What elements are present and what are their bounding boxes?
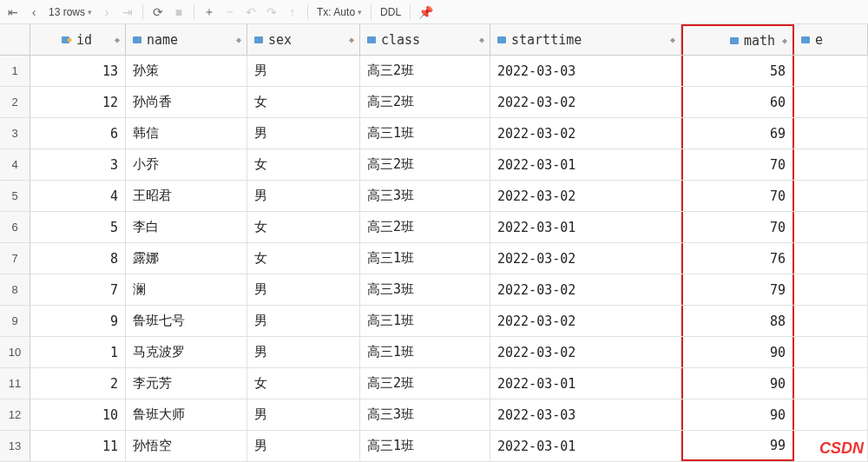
cell-extra[interactable] bbox=[794, 56, 868, 86]
cell-id[interactable]: 13 bbox=[30, 56, 126, 86]
ddl-button[interactable]: DDL bbox=[377, 6, 404, 18]
table-row[interactable]: 113孙策男高三2班2022-03-0358 bbox=[0, 56, 868, 87]
cell-name[interactable]: 鲁班大师 bbox=[126, 399, 247, 430]
table-row[interactable]: 78露娜女高三1班2022-03-0276 bbox=[0, 243, 868, 274]
cell-extra[interactable] bbox=[794, 368, 868, 399]
table-row[interactable]: 54王昭君男高三3班2022-03-0270 bbox=[0, 181, 868, 212]
cell-class[interactable]: 高三3班 bbox=[360, 274, 490, 305]
cell-class[interactable]: 高三1班 bbox=[360, 306, 490, 336]
undo-icon[interactable]: ↶ bbox=[241, 3, 260, 22]
cell-sex[interactable]: 男 bbox=[247, 306, 360, 336]
cell-class[interactable]: 高三2班 bbox=[360, 212, 490, 242]
cell-starttime[interactable]: 2022-03-02 bbox=[490, 181, 681, 211]
cell-starttime[interactable]: 2022-03-03 bbox=[490, 399, 681, 430]
sort-icon[interactable]: ◆ bbox=[670, 35, 675, 44]
stop-icon[interactable]: ■ bbox=[169, 3, 188, 22]
tx-mode-dropdown[interactable]: Tx: Auto▾ bbox=[313, 6, 365, 18]
cell-math[interactable]: 90 bbox=[681, 368, 794, 399]
cell-math[interactable]: 79 bbox=[681, 274, 794, 305]
column-header-extra[interactable]: e bbox=[794, 24, 868, 55]
cell-starttime[interactable]: 2022-03-01 bbox=[490, 212, 681, 242]
cell-starttime[interactable]: 2022-03-01 bbox=[490, 368, 681, 399]
cell-class[interactable]: 高三2班 bbox=[360, 149, 490, 180]
cell-sex[interactable]: 女 bbox=[247, 368, 360, 399]
cell-name[interactable]: 孙策 bbox=[126, 56, 247, 86]
cell-sex[interactable]: 男 bbox=[247, 337, 360, 367]
cell-extra[interactable] bbox=[794, 399, 868, 430]
cell-sex[interactable]: 男 bbox=[247, 118, 360, 148]
cell-id[interactable]: 11 bbox=[30, 431, 126, 461]
sort-icon[interactable]: ◆ bbox=[236, 35, 241, 44]
cell-class[interactable]: 高三1班 bbox=[360, 431, 490, 461]
cell-id[interactable]: 7 bbox=[30, 274, 126, 305]
sort-icon[interactable]: ◆ bbox=[115, 35, 120, 44]
cell-sex[interactable]: 女 bbox=[247, 149, 360, 180]
cell-math[interactable]: 70 bbox=[681, 212, 794, 242]
table-row[interactable]: 1210鲁班大师男高三3班2022-03-0390 bbox=[0, 399, 868, 431]
cell-id[interactable]: 5 bbox=[30, 212, 126, 242]
cell-starttime[interactable]: 2022-03-02 bbox=[490, 337, 681, 367]
cell-starttime[interactable]: 2022-03-01 bbox=[490, 431, 681, 461]
table-row[interactable]: 87澜男高三3班2022-03-0279 bbox=[0, 274, 868, 306]
cell-name[interactable]: 韩信 bbox=[126, 118, 247, 148]
cell-extra[interactable] bbox=[794, 337, 868, 367]
column-header-starttime[interactable]: starttime ◆ bbox=[490, 24, 681, 55]
table-row[interactable]: 101马克波罗男高三1班2022-03-0290 bbox=[0, 337, 868, 368]
prev-page-icon[interactable]: ‹ bbox=[24, 3, 43, 22]
cell-starttime[interactable]: 2022-03-02 bbox=[490, 306, 681, 336]
cell-id[interactable]: 4 bbox=[30, 181, 126, 211]
cell-sex[interactable]: 男 bbox=[247, 56, 360, 86]
table-row[interactable]: 212孙尚香女高三2班2022-03-0260 bbox=[0, 87, 868, 118]
table-row[interactable]: 99鲁班七号男高三1班2022-03-0288 bbox=[0, 306, 868, 337]
cell-sex[interactable]: 女 bbox=[247, 212, 360, 242]
first-page-icon[interactable]: ⇤ bbox=[3, 3, 23, 22]
add-row-icon[interactable]: ＋ bbox=[200, 3, 219, 22]
cell-starttime[interactable]: 2022-03-03 bbox=[490, 56, 681, 86]
cell-math[interactable]: 90 bbox=[681, 337, 794, 367]
cell-extra[interactable] bbox=[794, 212, 868, 242]
cell-starttime[interactable]: 2022-03-02 bbox=[490, 274, 681, 305]
cell-name[interactable]: 露娜 bbox=[126, 243, 247, 274]
cell-id[interactable]: 8 bbox=[30, 243, 126, 274]
column-header-math[interactable]: math ◆ bbox=[681, 24, 794, 55]
redo-icon[interactable]: ↷ bbox=[262, 3, 281, 22]
cell-math[interactable]: 70 bbox=[681, 181, 794, 211]
cell-extra[interactable] bbox=[794, 306, 868, 336]
cell-name[interactable]: 小乔 bbox=[126, 149, 247, 180]
cell-id[interactable]: 9 bbox=[30, 306, 126, 336]
pin-icon[interactable]: 📌 bbox=[416, 3, 435, 22]
cell-id[interactable]: 1 bbox=[30, 337, 126, 367]
cell-sex[interactable]: 女 bbox=[247, 243, 360, 274]
cell-name[interactable]: 孙尚香 bbox=[126, 87, 247, 117]
sort-icon[interactable]: ◆ bbox=[782, 36, 787, 45]
column-header-name[interactable]: name ◆ bbox=[126, 24, 247, 55]
table-row[interactable]: 1311孙悟空男高三1班2022-03-0199 bbox=[0, 431, 868, 462]
sort-icon[interactable]: ◆ bbox=[349, 35, 354, 44]
commit-icon[interactable]: ↑ bbox=[283, 3, 302, 22]
cell-sex[interactable]: 男 bbox=[247, 431, 360, 461]
cell-id[interactable]: 6 bbox=[30, 118, 126, 148]
cell-id[interactable]: 2 bbox=[30, 368, 126, 399]
refresh-icon[interactable]: ⟳ bbox=[148, 3, 168, 22]
cell-starttime[interactable]: 2022-03-02 bbox=[490, 243, 681, 274]
cell-extra[interactable] bbox=[794, 274, 868, 305]
cell-id[interactable]: 3 bbox=[30, 149, 126, 180]
cell-class[interactable]: 高三2班 bbox=[360, 87, 490, 117]
table-row[interactable]: 65李白女高三2班2022-03-0170 bbox=[0, 212, 868, 243]
cell-math[interactable]: 69 bbox=[681, 118, 794, 148]
cell-math[interactable]: 76 bbox=[681, 243, 794, 274]
cell-name[interactable]: 鲁班七号 bbox=[126, 306, 247, 336]
cell-class[interactable]: 高三2班 bbox=[360, 368, 490, 399]
cell-class[interactable]: 高三1班 bbox=[360, 118, 490, 148]
cell-sex[interactable]: 女 bbox=[247, 87, 360, 117]
last-page-icon[interactable]: ⇥ bbox=[118, 3, 137, 22]
cell-class[interactable]: 高三3班 bbox=[360, 399, 490, 430]
cell-math[interactable]: 60 bbox=[681, 87, 794, 117]
cell-math[interactable]: 99 bbox=[681, 431, 794, 461]
cell-name[interactable]: 孙悟空 bbox=[126, 431, 247, 461]
table-row[interactable]: 36韩信男高三1班2022-03-0269 bbox=[0, 118, 868, 149]
cell-math[interactable]: 58 bbox=[681, 56, 794, 86]
cell-extra[interactable] bbox=[794, 243, 868, 274]
table-row[interactable]: 112李元芳女高三2班2022-03-0190 bbox=[0, 368, 868, 399]
cell-class[interactable]: 高三1班 bbox=[360, 243, 490, 274]
